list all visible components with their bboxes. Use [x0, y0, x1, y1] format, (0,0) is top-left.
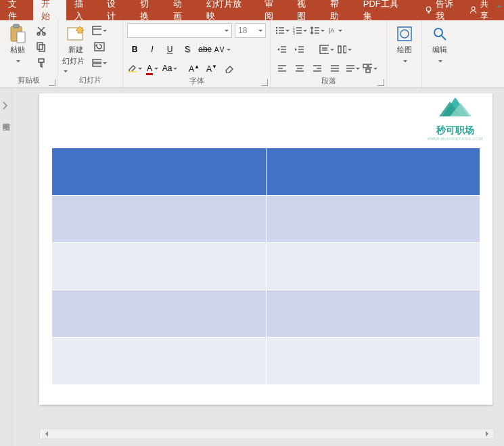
strike-button[interactable]: abc [198, 42, 212, 57]
editing-dropdown-icon[interactable] [437, 56, 442, 64]
paragraph-launcher[interactable] [377, 79, 384, 86]
table-cell[interactable] [52, 243, 267, 290]
slide[interactable]: 秒可职场 WWW.MIAOKETANG.COM [39, 93, 492, 405]
table-cell[interactable] [52, 196, 267, 243]
clipboard-launcher[interactable] [49, 79, 55, 86]
clear-format-button[interactable] [222, 61, 237, 76]
tab-review[interactable]: 审阅 [256, 0, 290, 20]
line-spacing-button[interactable] [310, 23, 325, 38]
svg-rect-15 [129, 71, 137, 72]
group-drawing: 绘图 [387, 20, 422, 87]
table-row [52, 290, 480, 338]
group-slides-label: 幻灯片 [79, 76, 101, 84]
underline-icon: U [167, 45, 173, 54]
increase-indent-button[interactable] [292, 42, 307, 57]
bold-button[interactable]: B [127, 42, 142, 57]
table-cell[interactable] [52, 338, 267, 385]
expand-thumbnails-button[interactable] [2, 100, 9, 111]
tab-pdf[interactable]: PDF工具集 [355, 0, 413, 20]
drawing-dropdown-icon[interactable] [402, 56, 407, 64]
collapse-ribbon-button[interactable] [495, 0, 503, 8]
horizontal-scrollbar[interactable] [39, 428, 495, 439]
svg-point-63 [434, 28, 442, 37]
svg-text:3: 3 [293, 31, 295, 35]
scroll-left-button[interactable] [40, 429, 51, 439]
align-right-button[interactable] [310, 61, 325, 76]
highlight-button[interactable] [127, 61, 142, 76]
change-case-icon: Aa [162, 64, 173, 73]
shapes-icon [395, 24, 414, 43]
table-row [52, 338, 480, 385]
tab-tellme[interactable]: 告诉我 [416, 0, 469, 20]
table-cell[interactable] [266, 148, 480, 196]
tab-animations[interactable]: 动画 [165, 0, 198, 20]
tab-transitions[interactable]: 切换 [132, 0, 165, 20]
group-slides: 新建 幻灯片 幻灯片 [58, 20, 123, 87]
smartart-button[interactable] [363, 61, 377, 76]
grow-font-button[interactable]: A▲ [187, 61, 202, 76]
shrink-font-button[interactable]: A▼ [204, 61, 219, 76]
distribute-button[interactable] [345, 61, 360, 76]
table-cell[interactable] [266, 243, 480, 290]
table-cell[interactable] [266, 196, 480, 243]
copy-button[interactable] [34, 39, 49, 54]
thumbnails-label: 缩略图 [1, 116, 12, 118]
new-slide-dropdown-icon[interactable] [62, 66, 68, 74]
tab-view[interactable]: 视图 [289, 0, 322, 20]
svg-rect-59 [369, 64, 372, 68]
section-button[interactable] [92, 55, 107, 70]
change-case-button[interactable]: Aa [162, 61, 177, 76]
editing-button[interactable]: 编辑 [426, 23, 453, 64]
new-slide-l1: 新建 [68, 45, 83, 55]
slide-table[interactable] [51, 148, 480, 385]
tab-insert[interactable]: 插入 [66, 0, 99, 20]
font-launcher[interactable] [261, 79, 268, 86]
slide-canvas[interactable]: 秒可职场 WWW.MIAOKETANG.COM [12, 88, 504, 446]
tab-slideshow[interactable]: 幻灯片放映 [198, 0, 256, 20]
scissors-icon [36, 25, 47, 36]
table-cell[interactable] [52, 148, 267, 196]
font-color-button[interactable]: A [145, 61, 160, 76]
decrease-indent-button[interactable] [275, 42, 290, 57]
tab-help[interactable]: 帮助 [322, 0, 355, 20]
bold-icon: B [132, 45, 138, 54]
paste-button[interactable]: 粘贴 [4, 23, 31, 64]
table-cell[interactable] [266, 338, 480, 385]
font-name-combo[interactable] [127, 23, 232, 38]
tab-home[interactable]: 开始 [33, 0, 66, 20]
layout-button[interactable] [92, 23, 107, 38]
align-center-button[interactable] [292, 61, 307, 76]
reset-button[interactable] [92, 39, 107, 54]
justify-button[interactable] [327, 61, 342, 76]
align-text-button[interactable] [319, 42, 334, 57]
format-painter-button[interactable] [34, 55, 49, 70]
group-paragraph-label: 段落 [321, 76, 336, 85]
table-cell[interactable] [52, 290, 267, 338]
text-direction-button[interactable]: |A [327, 23, 342, 38]
line-spacing-icon [310, 26, 319, 35]
align-left-button[interactable] [275, 61, 290, 76]
scroll-right-button[interactable] [483, 429, 494, 439]
eraser-icon [224, 64, 235, 73]
underline-button[interactable]: U [162, 42, 177, 57]
paste-dropdown-icon[interactable] [15, 56, 20, 64]
bullets-button[interactable] [275, 23, 290, 38]
thumbnail-pane-collapsed: 缩略图 [0, 88, 12, 446]
char-spacing-button[interactable]: AV [215, 42, 230, 57]
numbering-button[interactable]: 123 [292, 23, 307, 38]
drawing-label: 绘图 [397, 45, 412, 55]
editing-label: 编辑 [432, 45, 447, 55]
cut-button[interactable] [34, 23, 49, 38]
chevron-down-icon [225, 30, 229, 34]
distribute-icon [345, 64, 354, 73]
new-slide-button[interactable]: 新建 幻灯片 [62, 23, 89, 74]
table-row [52, 196, 480, 243]
tab-file[interactable]: 文件 [0, 0, 33, 20]
shadow-button[interactable]: S [180, 42, 195, 57]
font-size-combo[interactable]: 18 [235, 23, 266, 38]
table-cell[interactable] [266, 290, 480, 338]
columns-button[interactable] [337, 42, 352, 57]
drawing-button[interactable]: 绘图 [391, 23, 417, 64]
tab-design[interactable]: 设计 [99, 0, 132, 20]
italic-button[interactable]: I [145, 42, 160, 57]
